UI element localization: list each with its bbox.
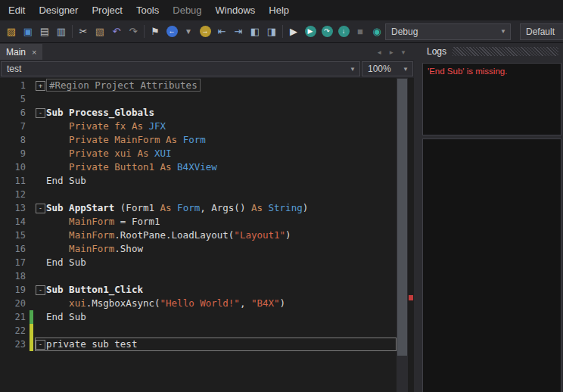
profile-select[interactable]: Default ▼: [520, 23, 563, 40]
redo-icon[interactable]: ↷: [125, 23, 142, 40]
menu-item-edit[interactable]: Edit: [2, 5, 32, 16]
fold-column: [35, 310, 46, 324]
code-line[interactable]: Sub Process_Globals: [46, 106, 154, 120]
code-line[interactable]: End Sub: [46, 256, 86, 269]
open-project-icon[interactable]: ▨: [3, 23, 20, 40]
code-token: "Hello World!": [160, 297, 240, 309]
line-number[interactable]: 18: [0, 269, 30, 283]
logs-drag-grip[interactable]: [453, 47, 558, 56]
prev-bookmark-icon[interactable]: ⇤: [213, 23, 230, 40]
scrollbar-thumb[interactable]: [397, 79, 407, 356]
line-number[interactable]: 17: [0, 256, 30, 269]
resume-icon[interactable]: ▶: [302, 23, 319, 40]
line-number[interactable]: 16: [0, 242, 30, 256]
logs-panel: Logs 'End Sub' is missing.: [421, 43, 563, 392]
menu-item-help[interactable]: Help: [262, 5, 296, 16]
warnings-box[interactable]: 'End Sub' is missing.: [422, 63, 561, 135]
step-over-icon[interactable]: ↷: [319, 23, 335, 40]
line-number[interactable]: 22: [0, 324, 30, 338]
build-configuration-select[interactable]: Debug ▼: [385, 23, 511, 40]
line-number[interactable]: 10: [0, 160, 30, 174]
navigate-forward-icon[interactable]: →: [197, 23, 213, 40]
line-number[interactable]: 20: [0, 297, 30, 310]
fold-column: -: [35, 201, 46, 215]
tab-main[interactable]: Main ×: [0, 44, 42, 60]
undo-icon[interactable]: ↶: [108, 23, 125, 40]
code-line[interactable]: Private MainForm As Form: [46, 133, 206, 147]
line-number[interactable]: 8: [0, 133, 30, 147]
code-line[interactable]: Private xui As XUI: [46, 147, 172, 160]
scroll-tabs-right-icon[interactable]: ►: [388, 49, 394, 56]
line-number[interactable]: 21: [0, 310, 30, 324]
code-line[interactable]: xui.MsgboxAsync("Hello World!", "B4X"): [46, 297, 285, 310]
menu-item-debug[interactable]: Debug: [166, 5, 208, 16]
b4x-compile-icon: ◉: [372, 26, 381, 36]
line-number[interactable]: 14: [0, 215, 30, 229]
line-number[interactable]: 13: [0, 201, 30, 215]
collapse-region-icon[interactable]: -: [36, 204, 45, 213]
collapse-region-icon[interactable]: -: [36, 340, 45, 350]
next-bookmark-icon[interactable]: ⇥: [230, 23, 247, 40]
scroll-tabs-left-icon[interactable]: ◄: [376, 49, 382, 56]
line-number[interactable]: 19: [0, 283, 30, 297]
sub-selector[interactable]: test ▼: [1, 61, 360, 76]
code-line[interactable]: End Sub: [46, 174, 86, 188]
fold-column: -: [35, 338, 46, 351]
code-line[interactable]: MainForm.Show: [46, 242, 143, 256]
paste-icon[interactable]: ▧: [92, 23, 108, 40]
change-marker-empty: [30, 242, 33, 256]
code-line[interactable]: End Sub: [46, 310, 86, 324]
line-number[interactable]: 1: [0, 79, 30, 92]
code-line[interactable]: Sub Button1_Click: [46, 283, 143, 297]
menu-item-tools[interactable]: Tools: [129, 5, 166, 16]
close-icon[interactable]: ×: [32, 48, 36, 57]
code-line[interactable]: Private Button1 As B4XView: [46, 160, 217, 174]
collapse-region-icon[interactable]: -: [36, 285, 45, 295]
stop-icon[interactable]: ■: [352, 23, 369, 40]
toolbar-separator: [144, 25, 145, 38]
save-all-icon[interactable]: ▤: [36, 23, 53, 40]
panel-splitter[interactable]: [414, 43, 421, 392]
code-token: ): [280, 297, 286, 309]
line-number[interactable]: 7: [0, 120, 30, 133]
editor-scrollbar[interactable]: [397, 78, 408, 392]
cut-icon[interactable]: ✂: [75, 23, 92, 40]
menu-bar: EditDesignerProjectToolsDebugWindowsHelp: [0, 0, 563, 20]
line-content: MainForm.Show: [35, 242, 397, 256]
b4x-compile-icon[interactable]: ◉: [369, 23, 385, 40]
navigate-back-icon[interactable]: ←: [163, 23, 180, 40]
designer-script-icon[interactable]: ◨: [263, 23, 280, 40]
expand-region-icon[interactable]: +: [36, 81, 45, 91]
navigate-history-dropdown-icon[interactable]: ▼: [180, 23, 197, 40]
fold-column: +: [35, 79, 46, 92]
designer-icon[interactable]: ◧: [247, 23, 263, 40]
zoom-select[interactable]: 100% ▼: [362, 61, 413, 76]
code-line[interactable]: MainForm = Form1: [46, 215, 160, 229]
line-number[interactable]: 15: [0, 229, 30, 242]
code-line[interactable]: Private fx As JFX: [46, 120, 166, 133]
line-number[interactable]: 6: [0, 106, 30, 120]
save-icon[interactable]: ▣: [20, 23, 36, 40]
code-line[interactable]: Sub AppStart (Form1 As Form, Args() As S…: [46, 201, 308, 215]
menu-item-project[interactable]: Project: [85, 5, 129, 16]
code-line[interactable]: MainForm.RootPane.LoadLayout("Layout1"): [46, 229, 291, 242]
run-icon[interactable]: ▶: [285, 23, 302, 40]
tab-list-dropdown-icon[interactable]: ▼: [400, 49, 406, 56]
code-line[interactable]: private sub test: [46, 338, 137, 351]
line-number[interactable]: 12: [0, 188, 30, 201]
step-into-icon[interactable]: ↓: [335, 23, 352, 40]
line-number[interactable]: 23: [0, 338, 30, 351]
line-number[interactable]: 5: [0, 92, 30, 106]
export-icon[interactable]: ▥: [53, 23, 70, 40]
bookmark-icon[interactable]: ⚑: [147, 23, 163, 40]
menu-item-windows[interactable]: Windows: [209, 5, 263, 16]
menu-item-designer[interactable]: Designer: [32, 5, 85, 16]
log-output-box[interactable]: [422, 138, 561, 392]
line-number[interactable]: 11: [0, 174, 30, 188]
line-number[interactable]: 9: [0, 147, 30, 160]
collapse-region-icon[interactable]: -: [36, 108, 45, 118]
code-line[interactable]: #Region Project Attributes: [46, 79, 201, 92]
code-token: As: [160, 202, 178, 213]
fold-column: [35, 174, 46, 188]
code-token: MainForm: [46, 216, 114, 227]
